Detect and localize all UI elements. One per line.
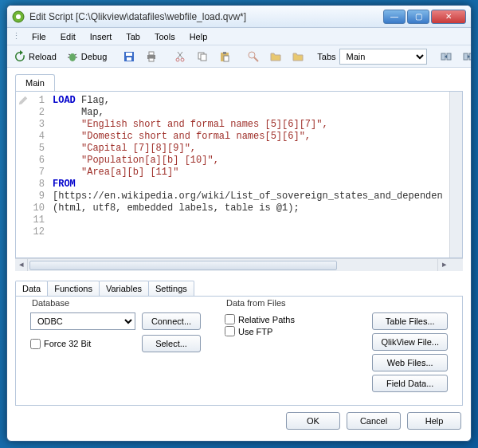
menu-edit[interactable]: Edit [54,30,82,43]
cancel-button[interactable]: Cancel [347,412,401,430]
paste-button[interactable] [215,49,234,65]
tab-action1-button[interactable] [437,49,456,65]
svg-line-23 [254,57,258,61]
folder1-button[interactable] [266,49,285,65]
tab-action2-button[interactable] [459,49,472,65]
close-button[interactable]: ✕ [431,10,466,24]
vertical-scrollbar[interactable] [449,92,462,257]
svg-line-5 [69,54,70,55]
print-button[interactable] [142,49,161,65]
select-button[interactable]: Select... [142,335,201,352]
folder-icon [269,50,282,63]
tab-nav-icon [440,50,453,63]
scroll-left-icon[interactable]: ◂ [15,259,28,271]
svg-point-13 [176,58,179,61]
copy-button[interactable] [193,49,212,65]
menu-insert[interactable]: Insert [84,30,119,43]
search-button[interactable] [244,49,263,65]
force32-checkbox[interactable]: Force 32 Bit [30,339,91,349]
reload-button[interactable]: Reload [10,49,60,65]
svg-rect-25 [447,53,451,60]
menu-tools[interactable]: Tools [148,30,182,43]
svg-rect-20 [223,52,226,54]
tabs-label: Tabs [317,52,335,61]
window-title: Edit Script [C:\Qlikview\datafiles\webfi… [29,11,383,22]
database-group: Database ODBC Connect... Force 32 Bit Se… [24,305,207,399]
paste-icon [218,50,231,63]
use-ftp-checkbox[interactable]: Use FTP [225,326,362,336]
code-content[interactable]: LOAD Flag, Map, "English short and forma… [49,92,449,257]
scrollbar-track[interactable] [28,259,437,271]
scrollbar-thumb[interactable] [29,261,337,270]
line-numbers: 1 2 3 4 5 6 7 8 9 10 11 12 [29,92,49,257]
cut-button[interactable] [170,49,190,65]
svg-point-2 [69,53,76,61]
window-controls: — ▢ ✕ [383,10,466,24]
cut-icon [174,50,186,63]
table-files-button[interactable]: Table Files... [372,312,448,330]
svg-line-6 [75,54,76,55]
maximize-button[interactable]: ▢ [407,10,429,24]
tab-functions[interactable]: Functions [47,281,100,296]
qlikview-file-button[interactable]: QlikView File... [372,333,448,351]
tabs-dropdown[interactable]: Main [339,49,427,65]
database-type-select[interactable]: ODBC [30,312,135,330]
reload-icon [14,50,26,63]
body-area: Main 1 2 3 4 5 6 7 8 9 10 11 12 LOAD Fla… [7,68,471,441]
web-files-button[interactable]: Web Files... [372,354,448,371]
save-icon [123,50,135,63]
minimize-button[interactable]: — [383,10,406,24]
print-icon [145,50,158,63]
svg-point-22 [249,52,255,58]
tab-variables[interactable]: Variables [99,281,149,296]
pencil-icon [18,95,29,106]
copy-icon [196,50,209,63]
data-panel: Database ODBC Connect... Force 32 Bit Se… [15,296,463,406]
menu-tab[interactable]: Tab [120,30,147,43]
menubar-grip-icon: ⋮ [12,31,21,41]
folder-icon [292,50,304,63]
help-button[interactable]: Help [407,412,461,430]
save-button[interactable] [120,49,139,65]
connect-button[interactable]: Connect... [142,312,201,330]
edit-script-window: Edit Script [C:\Qlikview\datafiles\webfi… [6,5,472,442]
dialog-buttons: OK Cancel Help [15,412,463,430]
search-icon [247,50,260,63]
relative-paths-checkbox[interactable]: Relative Paths [225,314,362,324]
svg-rect-8 [126,53,132,56]
code-editor[interactable]: 1 2 3 4 5 6 7 8 9 10 11 12 LOAD Flag, Ma… [15,91,463,258]
script-tabs: Main [15,74,463,91]
titlebar[interactable]: Edit Script [C:\Qlikview\datafiles\webfi… [7,6,471,28]
tab-data[interactable]: Data [15,281,48,296]
tab-settings[interactable]: Settings [148,281,194,296]
tabs-selector: Tabs Main [317,49,426,65]
svg-rect-21 [224,56,229,61]
scroll-right-icon[interactable]: ▸ [437,259,450,271]
menu-help[interactable]: Help [183,30,214,43]
svg-point-14 [181,58,184,61]
menu-file[interactable]: File [25,30,53,43]
reload-label: Reload [29,52,57,61]
bug-icon [66,50,79,63]
tab-nav-icon [462,50,472,63]
svg-rect-11 [149,52,154,55]
qlikview-app-icon [12,10,25,23]
svg-rect-26 [464,53,468,60]
horizontal-scrollbar[interactable]: ◂ ▸ [15,258,463,271]
debug-label: Debug [81,52,107,61]
scrollbar-corner [450,259,463,271]
editor-gutter: 1 2 3 4 5 6 7 8 9 10 11 12 [16,92,49,257]
debug-button[interactable]: Debug [63,49,110,65]
bottom-tabs: Data Functions Variables Settings [15,281,463,296]
folder2-button[interactable] [288,49,308,65]
field-data-button[interactable]: Field Data... [372,375,448,392]
ok-button[interactable]: OK [286,412,340,430]
svg-point-1 [16,14,21,19]
toolbar: Reload Debug Tabs Main [7,45,471,68]
database-title: Database [29,298,72,308]
script-tab-main[interactable]: Main [15,74,55,91]
svg-rect-12 [149,58,154,61]
svg-rect-18 [201,54,206,61]
files-group: Data from Files Relative Paths Use FTP T… [218,305,454,399]
menubar: ⋮ File Edit Insert Tab Tools Help [7,28,471,45]
